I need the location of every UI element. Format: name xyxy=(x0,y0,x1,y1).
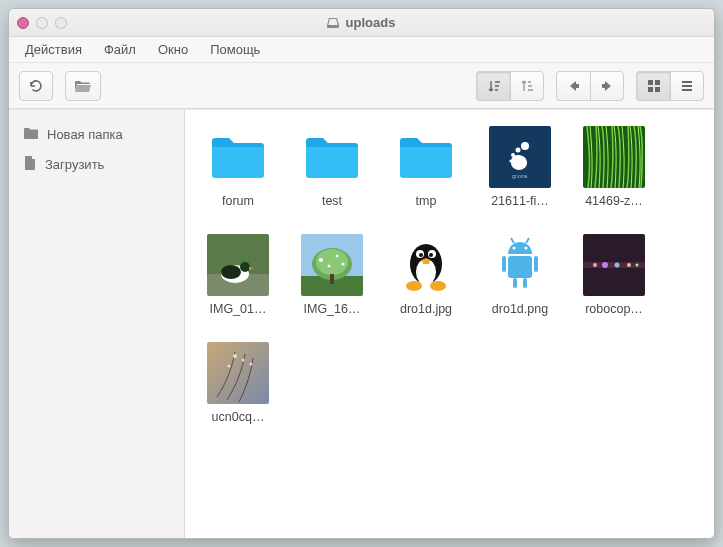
window-title: uploads xyxy=(346,15,396,30)
menu-help[interactable]: Помощь xyxy=(210,42,260,57)
file-label: forum xyxy=(222,194,254,208)
folder-item[interactable]: forum xyxy=(205,126,271,208)
grid-row: ucn0cq… xyxy=(189,342,714,424)
sort-asc-icon xyxy=(486,78,502,94)
sort-asc-button[interactable] xyxy=(476,71,510,101)
view-group xyxy=(636,71,704,101)
file-item[interactable]: robocop… xyxy=(581,234,647,316)
sidebar-upload[interactable]: Загрузить xyxy=(9,149,184,180)
sidebar: Новая папка Загрузить xyxy=(9,110,185,538)
refresh-icon xyxy=(28,78,44,94)
file-item[interactable]: dro1d.png xyxy=(487,234,553,316)
folder-item[interactable]: test xyxy=(299,126,365,208)
menu-window[interactable]: Окно xyxy=(158,42,188,57)
grid-row: forumtesttmpgnome21611-fi…41469-z… xyxy=(189,126,714,208)
svg-rect-0 xyxy=(648,80,653,85)
open-folder-button[interactable] xyxy=(65,71,101,101)
arrow-left-icon xyxy=(567,79,581,93)
file-thumbnail xyxy=(301,234,363,296)
svg-point-14 xyxy=(221,265,241,279)
svg-point-50 xyxy=(233,354,237,358)
content-area: Новая папка Загрузить forumtesttmpgnome2… xyxy=(9,109,714,538)
minimize-window-button[interactable] xyxy=(36,17,48,29)
menu-file[interactable]: Файл xyxy=(104,42,136,57)
file-item[interactable]: IMG_16… xyxy=(299,234,365,316)
svg-point-22 xyxy=(336,255,339,258)
svg-rect-34 xyxy=(502,256,506,272)
file-item[interactable]: gnome21611-fi… xyxy=(487,126,553,208)
svg-point-15 xyxy=(240,262,250,272)
maximize-window-button[interactable] xyxy=(55,17,67,29)
svg-point-46 xyxy=(615,263,620,268)
file-label: test xyxy=(322,194,342,208)
svg-point-5 xyxy=(521,142,529,150)
folder-icon xyxy=(301,126,363,188)
svg-rect-1 xyxy=(655,80,660,85)
file-label: ucn0cq… xyxy=(212,410,265,424)
file-item[interactable]: IMG_01… xyxy=(205,234,271,316)
file-grid[interactable]: forumtesttmpgnome21611-fi…41469-z… IMG_0… xyxy=(185,110,714,538)
svg-point-38 xyxy=(513,247,516,250)
svg-rect-33 xyxy=(508,256,532,278)
svg-rect-36 xyxy=(513,278,517,288)
svg-point-32 xyxy=(430,281,446,291)
svg-point-52 xyxy=(250,363,253,366)
view-grid-button[interactable] xyxy=(636,71,670,101)
svg-rect-35 xyxy=(534,256,538,272)
svg-rect-3 xyxy=(655,87,660,92)
file-label: robocop… xyxy=(585,302,643,316)
file-label: 21611-fi… xyxy=(491,194,549,208)
file-thumbnail xyxy=(207,234,269,296)
nav-forward-button[interactable] xyxy=(590,71,624,101)
folder-open-icon xyxy=(74,79,92,93)
svg-point-44 xyxy=(593,263,597,267)
window-title-wrap: uploads xyxy=(75,15,646,30)
refresh-button[interactable] xyxy=(19,71,53,101)
svg-rect-2 xyxy=(648,87,653,92)
svg-point-19 xyxy=(316,249,348,275)
file-item[interactable]: dro1d.jpg xyxy=(393,234,459,316)
file-thumbnail xyxy=(583,126,645,188)
svg-point-30 xyxy=(429,253,433,257)
svg-rect-20 xyxy=(330,274,334,284)
sort-desc-button[interactable] xyxy=(510,71,544,101)
folder-item[interactable]: tmp xyxy=(393,126,459,208)
file-label: 41469-z… xyxy=(585,194,643,208)
folder-icon xyxy=(395,126,457,188)
view-list-button[interactable] xyxy=(670,71,704,101)
svg-rect-49 xyxy=(207,342,269,404)
list-icon xyxy=(680,79,694,93)
menu-actions[interactable]: Действия xyxy=(25,42,82,57)
svg-point-31 xyxy=(406,281,422,291)
nav-group xyxy=(556,71,624,101)
file-item[interactable]: 41469-z… xyxy=(581,126,647,208)
folder-icon xyxy=(207,126,269,188)
svg-point-21 xyxy=(319,258,323,262)
toolbar xyxy=(9,63,714,109)
svg-point-6 xyxy=(516,148,521,153)
svg-point-48 xyxy=(636,264,639,267)
svg-point-47 xyxy=(627,263,631,267)
sidebar-new-folder[interactable]: Новая папка xyxy=(9,120,184,149)
file-label: dro1d.png xyxy=(492,302,548,316)
svg-text:gnome: gnome xyxy=(512,173,528,179)
close-window-button[interactable] xyxy=(17,17,29,29)
svg-point-51 xyxy=(242,359,245,362)
file-thumbnail xyxy=(395,234,457,296)
file-item[interactable]: ucn0cq… xyxy=(205,342,271,424)
menubar: Действия Файл Окно Помощь xyxy=(9,37,714,63)
svg-point-45 xyxy=(602,262,608,268)
file-thumbnail xyxy=(489,234,551,296)
arrow-right-icon xyxy=(600,79,614,93)
sort-desc-icon xyxy=(519,78,535,94)
titlebar: uploads xyxy=(9,9,714,37)
svg-point-23 xyxy=(328,265,331,268)
file-label: IMG_01… xyxy=(210,302,267,316)
svg-line-40 xyxy=(511,238,514,243)
grid-row: IMG_01…IMG_16…dro1d.jpgdro1d.pngrobocop… xyxy=(189,234,714,316)
folder-icon xyxy=(23,126,39,143)
svg-point-24 xyxy=(342,263,345,266)
svg-point-39 xyxy=(525,247,528,250)
file-label: tmp xyxy=(416,194,437,208)
nav-back-button[interactable] xyxy=(556,71,590,101)
